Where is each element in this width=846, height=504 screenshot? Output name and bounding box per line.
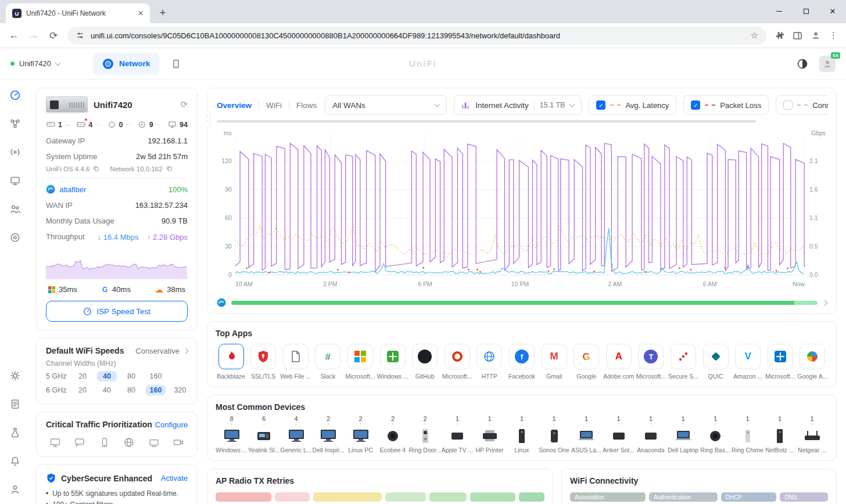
app-item-secure-s[interactable]: Secure S... (668, 344, 699, 380)
device-item-sonos-one[interactable]: 1Sonos One (538, 415, 570, 453)
app-item-microsoft[interactable]: Microsoft... (345, 344, 375, 380)
copy-icon[interactable] (166, 165, 173, 172)
device-item-ring-chime[interactable]: 1Ring Chime (732, 415, 763, 453)
horizontal-scrollbar[interactable] (217, 120, 756, 123)
counter-wan[interactable]: 1— (46, 120, 71, 129)
device-item-asus-la[interactable]: 1ASUS La... (571, 415, 603, 453)
wan-uptime-bar[interactable] (231, 301, 818, 305)
browser-menu-icon[interactable]: ⋮ (829, 30, 838, 41)
app-item-gmail[interactable]: MGmail (539, 344, 569, 380)
url-text[interactable]: unifi.ui.com/consoles/9C05D6C10BA1000000… (91, 31, 745, 40)
channel-width-80[interactable]: 80 (121, 385, 141, 395)
channel-width-20[interactable]: 20 (73, 371, 92, 381)
checkbox[interactable]: ✓ (596, 100, 605, 110)
profile-avatar-icon[interactable] (811, 31, 821, 40)
channel-width-160[interactable]: 160 (146, 385, 166, 395)
channel-width-160[interactable]: 160 (146, 371, 166, 381)
channel-width-320[interactable]: 320 (170, 385, 190, 395)
channel-width-40[interactable]: 40 (97, 371, 117, 381)
back-button[interactable]: ← (8, 30, 20, 41)
nav-admins-icon[interactable] (9, 483, 21, 496)
console-switcher[interactable]: Unifi7420 (10, 59, 87, 68)
app-item-facebook[interactable]: fFacebook (506, 344, 537, 380)
counter-switches[interactable]: 4⋯ (76, 120, 101, 129)
toggle-connection[interactable]: Connection (776, 95, 828, 115)
app-item-http[interactable]: HTTP (474, 344, 505, 380)
nav-clients-icon[interactable] (9, 203, 21, 215)
internet-activity-selector[interactable]: Internet Activity 15.1 TB (454, 95, 582, 115)
nav-topology-icon[interactable] (9, 117, 21, 130)
collapse-sidebar-handle[interactable] (207, 110, 210, 128)
app-item-ssl-tls[interactable]: SSL/TLS (248, 344, 279, 380)
app-item-backblaze[interactable]: Backblaze (216, 344, 246, 380)
app-item-slack[interactable]: #Slack (313, 344, 343, 380)
isp-speed-test-button[interactable]: ISP Speed Test (46, 301, 188, 322)
tab-close-icon[interactable]: ✕ (136, 9, 145, 18)
device-item-ecobee-4[interactable]: 2Ecobee 4 (377, 415, 409, 453)
device-item-windows[interactable]: 8Windows ... (216, 415, 248, 453)
device-item-hp-printer[interactable]: 1HP Printer (474, 415, 506, 453)
window-minimize-button[interactable] (766, 0, 793, 22)
extensions-puzzle-icon[interactable] (775, 31, 784, 40)
device-item-dell-inspir[interactable]: 2Dell Inspir... (313, 415, 345, 453)
wifi-speeds-mode-link[interactable]: Conservative (135, 347, 188, 355)
nav-devices-icon[interactable] (9, 174, 21, 187)
site-info-icon[interactable] (76, 31, 85, 40)
app-item-github[interactable]: GitHub (410, 344, 440, 380)
forward-button[interactable]: → (28, 30, 40, 41)
tab-flows[interactable]: Flows (295, 101, 318, 110)
channel-width-20[interactable]: 20 (73, 385, 92, 395)
device-item-anker-sol[interactable]: 1Anker Sol... (603, 415, 634, 453)
isp-link[interactable]: altafiber (59, 185, 86, 194)
app-item-windows[interactable]: Windows ... (377, 344, 408, 380)
device-item-netbotz[interactable]: 1NetBotz ... (764, 415, 796, 453)
device-item-netgear[interactable]: 1Netgear ... (796, 415, 828, 453)
app-item-microsoft[interactable]: TMicrosoft... (636, 344, 666, 380)
new-tab-button[interactable]: + (155, 5, 171, 21)
app-item-amazon[interactable]: VAmazon ... (733, 344, 763, 380)
checkbox[interactable]: ✓ (691, 100, 700, 110)
app-item-microsoft[interactable]: Microsoft... (442, 344, 472, 380)
device-item-ring-bas[interactable]: 1Ring Bas... (700, 415, 732, 453)
counter-other[interactable]: 0⋯ (107, 120, 132, 129)
app-item-web-file[interactable]: Web File ... (280, 344, 311, 380)
app-item-quic[interactable]: QUIC (700, 344, 731, 380)
user-avatar[interactable]: EA (819, 56, 836, 72)
nav-notifications-bell-icon[interactable] (9, 455, 21, 467)
device-item-anaconda[interactable]: 1Anaconda (635, 415, 667, 453)
device-item-dell-laptop[interactable]: 1Dell Laptop (667, 415, 699, 453)
app-item-google-a[interactable]: Google A... (797, 344, 828, 380)
address-bar[interactable]: unifi.ui.com/consoles/9C05D6C10BA1000000… (67, 27, 766, 45)
nav-radios-icon[interactable] (9, 146, 21, 159)
device-item-apple-tv[interactable]: 1Apple TV ... (442, 415, 474, 453)
device-item-linux-pc[interactable]: 2Linux PC (345, 415, 377, 453)
device-item-yealink-sl[interactable]: 6Yealink Sl... (248, 415, 280, 453)
copy-icon[interactable] (92, 165, 100, 172)
configure-link[interactable]: Configure (155, 420, 188, 429)
mobile-app-button[interactable] (171, 59, 181, 69)
nav-settings-gear-icon[interactable] (9, 369, 21, 382)
nav-logs-icon[interactable] (9, 398, 21, 411)
counter-aps[interactable]: 9⋯ (137, 120, 162, 129)
device-item-linux[interactable]: 1Linux (506, 415, 538, 453)
nav-dashboard-icon[interactable] (9, 89, 21, 102)
counter-clients[interactable]: 94 (167, 120, 188, 129)
nav-insights-icon[interactable] (9, 231, 21, 244)
wan-filter-select[interactable]: All WANs (325, 95, 447, 115)
tab-wifi[interactable]: WiFi (265, 101, 283, 110)
window-close-button[interactable]: ✕ (819, 0, 846, 22)
device-item-generic-l[interactable]: 4Generic L... (280, 415, 312, 453)
bookmark-star-icon[interactable]: ☆ (751, 30, 758, 41)
device-item-ring-door[interactable]: 2Ring Door... (409, 415, 441, 453)
nav-labs-icon[interactable] (9, 426, 21, 439)
channel-width-80[interactable]: 80 (121, 371, 141, 381)
tab-overview[interactable]: Overview (216, 101, 253, 110)
toggle-packet-loss[interactable]: ✓Packet Loss (683, 95, 769, 115)
checkbox[interactable] (783, 100, 793, 110)
theme-toggle-icon[interactable] (797, 59, 808, 69)
app-item-adobe-com[interactable]: AAdobe.com (603, 344, 634, 380)
app-tab-network[interactable]: Network (93, 53, 159, 75)
reload-button[interactable]: ⟳ (48, 30, 59, 42)
side-panel-icon[interactable] (793, 31, 802, 41)
app-item-microsoft[interactable]: Microsoft... (765, 344, 795, 380)
